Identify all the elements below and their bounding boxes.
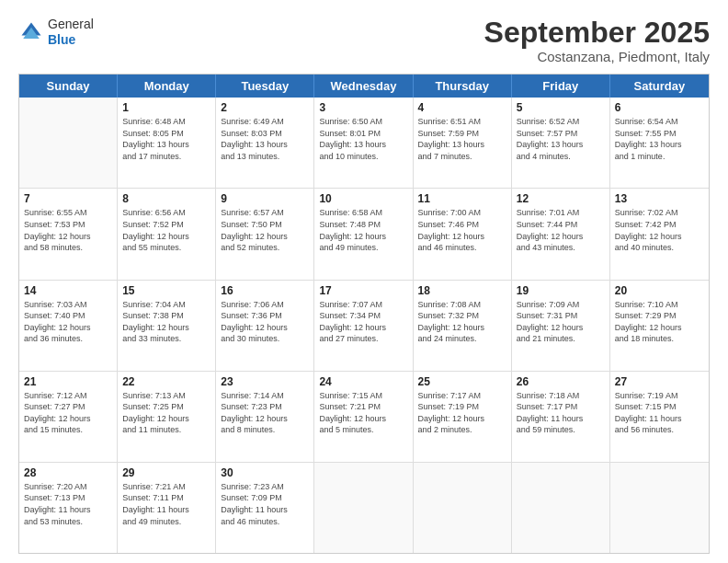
calendar-row: 28Sunrise: 7:20 AM Sunset: 7:13 PM Dayli… bbox=[19, 463, 709, 553]
calendar-cell: 11Sunrise: 7:00 AM Sunset: 7:46 PM Dayli… bbox=[414, 189, 512, 279]
day-number: 21 bbox=[24, 375, 112, 388]
day-info: Sunrise: 6:52 AM Sunset: 7:57 PM Dayligh… bbox=[517, 116, 605, 162]
day-info: Sunrise: 7:10 AM Sunset: 7:29 PM Dayligh… bbox=[615, 299, 704, 345]
calendar-cell bbox=[414, 463, 512, 553]
day-info: Sunrise: 7:09 AM Sunset: 7:31 PM Dayligh… bbox=[517, 299, 605, 345]
header-day-sunday: Sunday bbox=[19, 75, 118, 98]
calendar-row: 14Sunrise: 7:03 AM Sunset: 7:40 PM Dayli… bbox=[19, 281, 709, 372]
calendar-header: SundayMondayTuesdayWednesdayThursdayFrid… bbox=[19, 75, 709, 98]
day-info: Sunrise: 7:00 AM Sunset: 7:46 PM Dayligh… bbox=[418, 207, 506, 253]
calendar-cell: 8Sunrise: 6:56 AM Sunset: 7:52 PM Daylig… bbox=[118, 189, 216, 279]
day-info: Sunrise: 7:18 AM Sunset: 7:17 PM Dayligh… bbox=[517, 390, 605, 436]
calendar-cell: 23Sunrise: 7:14 AM Sunset: 7:23 PM Dayli… bbox=[216, 372, 314, 462]
day-info: Sunrise: 7:20 AM Sunset: 7:13 PM Dayligh… bbox=[24, 481, 112, 527]
day-number: 25 bbox=[418, 375, 506, 388]
logo: General Blue bbox=[18, 17, 94, 48]
calendar-body: 1Sunrise: 6:48 AM Sunset: 8:05 PM Daylig… bbox=[19, 98, 709, 553]
day-number: 15 bbox=[122, 284, 210, 297]
calendar: SundayMondayTuesdayWednesdayThursdayFrid… bbox=[18, 74, 710, 554]
day-info: Sunrise: 6:56 AM Sunset: 7:52 PM Dayligh… bbox=[122, 207, 210, 253]
day-info: Sunrise: 6:54 AM Sunset: 7:55 PM Dayligh… bbox=[615, 116, 704, 162]
logo-blue-text: Blue bbox=[48, 32, 94, 48]
day-info: Sunrise: 7:07 AM Sunset: 7:34 PM Dayligh… bbox=[319, 299, 407, 345]
calendar-cell: 20Sunrise: 7:10 AM Sunset: 7:29 PM Dayli… bbox=[610, 281, 709, 371]
day-number: 17 bbox=[319, 284, 407, 297]
header-day-saturday: Saturday bbox=[610, 75, 709, 98]
day-info: Sunrise: 6:51 AM Sunset: 7:59 PM Dayligh… bbox=[418, 116, 506, 162]
calendar-cell: 27Sunrise: 7:19 AM Sunset: 7:15 PM Dayli… bbox=[610, 372, 709, 462]
day-number: 5 bbox=[517, 101, 605, 114]
page-subtitle: Costanzana, Piedmont, Italy bbox=[484, 49, 710, 64]
calendar-cell: 25Sunrise: 7:17 AM Sunset: 7:19 PM Dayli… bbox=[414, 372, 512, 462]
day-info: Sunrise: 7:17 AM Sunset: 7:19 PM Dayligh… bbox=[418, 390, 506, 436]
day-info: Sunrise: 6:58 AM Sunset: 7:48 PM Dayligh… bbox=[319, 207, 407, 253]
day-info: Sunrise: 6:57 AM Sunset: 7:50 PM Dayligh… bbox=[221, 207, 309, 253]
day-info: Sunrise: 7:19 AM Sunset: 7:15 PM Dayligh… bbox=[615, 390, 704, 436]
day-number: 12 bbox=[517, 192, 605, 205]
day-info: Sunrise: 7:08 AM Sunset: 7:32 PM Dayligh… bbox=[418, 299, 506, 345]
calendar-cell bbox=[314, 463, 413, 553]
calendar-row: 1Sunrise: 6:48 AM Sunset: 8:05 PM Daylig… bbox=[19, 98, 709, 189]
day-number: 28 bbox=[24, 466, 112, 479]
logo-text: General Blue bbox=[48, 17, 94, 48]
day-number: 9 bbox=[221, 192, 309, 205]
calendar-cell: 7Sunrise: 6:55 AM Sunset: 7:53 PM Daylig… bbox=[19, 189, 118, 279]
day-number: 13 bbox=[615, 192, 704, 205]
day-number: 14 bbox=[24, 284, 112, 297]
header-day-tuesday: Tuesday bbox=[216, 75, 314, 98]
calendar-cell: 10Sunrise: 6:58 AM Sunset: 7:48 PM Dayli… bbox=[314, 189, 413, 279]
calendar-cell: 15Sunrise: 7:04 AM Sunset: 7:38 PM Dayli… bbox=[118, 281, 216, 371]
day-info: Sunrise: 7:13 AM Sunset: 7:25 PM Dayligh… bbox=[122, 390, 210, 436]
page: General Blue September 2025 Costanzana, … bbox=[0, 0, 728, 563]
header: General Blue September 2025 Costanzana, … bbox=[18, 17, 710, 64]
calendar-cell: 5Sunrise: 6:52 AM Sunset: 7:57 PM Daylig… bbox=[512, 98, 610, 188]
calendar-cell: 16Sunrise: 7:06 AM Sunset: 7:36 PM Dayli… bbox=[216, 281, 314, 371]
day-number: 26 bbox=[517, 375, 605, 388]
calendar-cell: 4Sunrise: 6:51 AM Sunset: 7:59 PM Daylig… bbox=[414, 98, 512, 188]
day-number: 1 bbox=[122, 101, 210, 114]
header-day-wednesday: Wednesday bbox=[314, 75, 413, 98]
day-number: 16 bbox=[221, 284, 309, 297]
day-number: 7 bbox=[24, 192, 112, 205]
day-info: Sunrise: 6:48 AM Sunset: 8:05 PM Dayligh… bbox=[122, 116, 210, 162]
calendar-cell: 18Sunrise: 7:08 AM Sunset: 7:32 PM Dayli… bbox=[414, 281, 512, 371]
header-day-monday: Monday bbox=[118, 75, 216, 98]
calendar-cell: 1Sunrise: 6:48 AM Sunset: 8:05 PM Daylig… bbox=[118, 98, 216, 188]
calendar-cell bbox=[512, 463, 610, 553]
day-info: Sunrise: 7:14 AM Sunset: 7:23 PM Dayligh… bbox=[221, 390, 309, 436]
calendar-cell: 2Sunrise: 6:49 AM Sunset: 8:03 PM Daylig… bbox=[216, 98, 314, 188]
day-info: Sunrise: 7:04 AM Sunset: 7:38 PM Dayligh… bbox=[122, 299, 210, 345]
day-info: Sunrise: 7:02 AM Sunset: 7:42 PM Dayligh… bbox=[615, 207, 704, 253]
header-day-friday: Friday bbox=[512, 75, 610, 98]
calendar-cell: 13Sunrise: 7:02 AM Sunset: 7:42 PM Dayli… bbox=[610, 189, 709, 279]
day-number: 4 bbox=[418, 101, 506, 114]
calendar-cell: 9Sunrise: 6:57 AM Sunset: 7:50 PM Daylig… bbox=[216, 189, 314, 279]
day-number: 19 bbox=[517, 284, 605, 297]
calendar-row: 7Sunrise: 6:55 AM Sunset: 7:53 PM Daylig… bbox=[19, 189, 709, 280]
day-info: Sunrise: 7:23 AM Sunset: 7:09 PM Dayligh… bbox=[221, 481, 309, 527]
day-number: 8 bbox=[122, 192, 210, 205]
calendar-cell: 3Sunrise: 6:50 AM Sunset: 8:01 PM Daylig… bbox=[314, 98, 413, 188]
day-number: 11 bbox=[418, 192, 506, 205]
calendar-cell bbox=[610, 463, 709, 553]
calendar-cell: 22Sunrise: 7:13 AM Sunset: 7:25 PM Dayli… bbox=[118, 372, 216, 462]
day-info: Sunrise: 7:03 AM Sunset: 7:40 PM Dayligh… bbox=[24, 299, 112, 345]
day-number: 29 bbox=[122, 466, 210, 479]
day-number: 2 bbox=[221, 101, 309, 114]
calendar-cell: 17Sunrise: 7:07 AM Sunset: 7:34 PM Dayli… bbox=[314, 281, 413, 371]
day-number: 3 bbox=[319, 101, 407, 114]
calendar-cell: 21Sunrise: 7:12 AM Sunset: 7:27 PM Dayli… bbox=[19, 372, 118, 462]
header-day-thursday: Thursday bbox=[414, 75, 512, 98]
day-info: Sunrise: 6:49 AM Sunset: 8:03 PM Dayligh… bbox=[221, 116, 309, 162]
calendar-cell: 29Sunrise: 7:21 AM Sunset: 7:11 PM Dayli… bbox=[118, 463, 216, 553]
day-info: Sunrise: 7:21 AM Sunset: 7:11 PM Dayligh… bbox=[122, 481, 210, 527]
day-info: Sunrise: 6:50 AM Sunset: 8:01 PM Dayligh… bbox=[319, 116, 407, 162]
day-number: 27 bbox=[615, 375, 704, 388]
day-info: Sunrise: 7:15 AM Sunset: 7:21 PM Dayligh… bbox=[319, 390, 407, 436]
calendar-cell bbox=[19, 98, 118, 188]
calendar-cell: 19Sunrise: 7:09 AM Sunset: 7:31 PM Dayli… bbox=[512, 281, 610, 371]
title-block: September 2025 Costanzana, Piedmont, Ita… bbox=[484, 17, 710, 64]
day-info: Sunrise: 7:06 AM Sunset: 7:36 PM Dayligh… bbox=[221, 299, 309, 345]
day-number: 10 bbox=[319, 192, 407, 205]
day-number: 18 bbox=[418, 284, 506, 297]
